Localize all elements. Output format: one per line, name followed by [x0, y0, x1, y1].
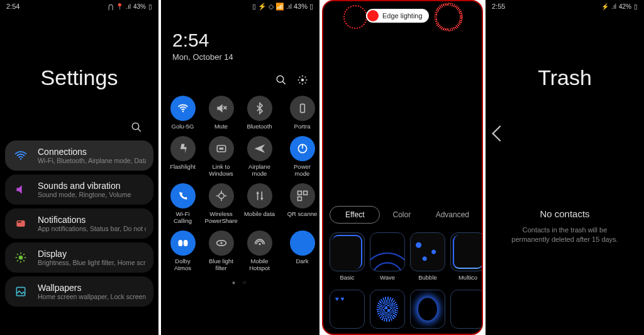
- empty-state: No contacts Contacts in the trash will b…: [486, 208, 644, 245]
- effect-extra[interactable]: [450, 290, 482, 329]
- settings-list: ConnectionsWi-Fi, Bluetooth, Airplane mo…: [0, 140, 158, 307]
- wifi-icon: [170, 96, 196, 121]
- chip-label: Edge lighting: [382, 12, 423, 20]
- effect-thumb-icon: [450, 232, 482, 271]
- qs-tile-wifi[interactable]: Golu-5G: [165, 96, 201, 130]
- tile-label: QR scanne: [287, 211, 318, 217]
- effect-hearts[interactable]: [330, 290, 365, 329]
- edge-effect-left-icon: [343, 5, 367, 29]
- search-icon[interactable]: [131, 122, 142, 133]
- effect-fireworks[interactable]: [370, 290, 405, 329]
- empty-hint: Contacts in the trash will be permanentl…: [486, 225, 644, 245]
- status-battery: 42%: [619, 3, 631, 10]
- chevron-left-icon: [492, 125, 508, 141]
- effect-thumb-icon: [370, 290, 405, 329]
- status-time: 2:55: [492, 3, 505, 10]
- panel-trash: 2:55 ⚡ .ıl 42% ▯ Trash No contacts Conta…: [486, 0, 644, 335]
- qs-tile-bt[interactable]: Bluetooth: [242, 96, 277, 130]
- svg-point-2: [20, 158, 22, 160]
- eye-icon: [209, 230, 234, 256]
- svg-line-10: [17, 254, 18, 255]
- svg-point-18: [182, 111, 184, 113]
- item-sub: Wi-Fi, Bluetooth, Airplane mode, Data us…: [38, 157, 146, 164]
- effect-thumb-icon: [330, 232, 365, 271]
- item-sub: Home screen wallpaper, Lock screen wallp…: [38, 293, 146, 300]
- tile-label: Flashlight: [170, 164, 196, 170]
- svg-rect-31: [183, 240, 187, 246]
- back-button[interactable]: [486, 90, 644, 139]
- settings-item-wallpapers[interactable]: WallpapersHome screen wallpaper, Lock sc…: [5, 276, 153, 307]
- settings-item-connections[interactable]: ConnectionsWi-Fi, Bluetooth, Airplane mo…: [5, 140, 153, 171]
- panel-quick-settings: ▯ ⚡ ◇ 📶 .ıl 43% ▯ 2:54 Mon, October 14 G…: [161, 0, 319, 335]
- status-right: ⋂ 📍 .ıl 43% ▯: [108, 3, 152, 10]
- tab-effect[interactable]: Effect: [330, 206, 380, 224]
- effect-thumb-icon: [450, 290, 482, 329]
- status-battery-icon: ▯: [634, 3, 638, 10]
- effect-thumb-icon: [410, 232, 445, 271]
- moon-icon: [290, 230, 315, 256]
- status-signal-icon: .ıl: [611, 3, 616, 10]
- effect-thumb-icon: [330, 290, 365, 329]
- tile-label: Wireless PowerShare: [205, 211, 238, 224]
- status-time: 2:54: [6, 3, 19, 10]
- settings-item-sounds[interactable]: Sounds and vibrationSound mode, Ringtone…: [5, 174, 153, 205]
- tile-label: Wi-Fi Calling: [167, 211, 199, 224]
- qs-tile-mute[interactable]: Mute: [203, 96, 239, 130]
- item-sub: Sound mode, Ringtone, Volume: [38, 191, 131, 198]
- page-title: Settings: [0, 65, 158, 90]
- qs-tile-data[interactable]: Mobile data: [242, 183, 277, 224]
- effect-multicolor[interactable]: Multico: [450, 232, 482, 281]
- qs-tile-plane[interactable]: Airplane mode: [242, 136, 277, 177]
- empty-title: No contacts: [486, 208, 644, 219]
- svg-rect-29: [297, 197, 301, 201]
- bt-icon: [247, 96, 272, 121]
- qs-tile-pshare[interactable]: Wireless PowerShare: [203, 183, 239, 224]
- qs-tile-rotate[interactable]: Portra: [280, 96, 319, 130]
- status-vibrate-icon: ⚡: [601, 3, 609, 10]
- page-indicator[interactable]: ● ○: [161, 278, 319, 290]
- tile-label: Link to Windows: [205, 164, 238, 177]
- svg-rect-28: [303, 191, 307, 195]
- qs-tile-power[interactable]: Power mode: [280, 136, 319, 177]
- tab-color[interactable]: Color: [386, 207, 417, 223]
- pshare-icon: [209, 183, 234, 208]
- qs-tile-dolby[interactable]: Dolby Atmos: [165, 230, 201, 271]
- effect-glow[interactable]: [410, 290, 445, 329]
- tab-advanced[interactable]: Advanced: [430, 207, 475, 223]
- qs-tile-wificall[interactable]: Wi-Fi Calling: [165, 183, 201, 224]
- qs-tile-flash[interactable]: Flashlight: [165, 136, 201, 177]
- status-bar: 2:55 ⚡ .ıl 42% ▯: [486, 0, 644, 11]
- svg-rect-21: [300, 104, 304, 112]
- svg-point-26: [218, 193, 223, 198]
- svg-rect-30: [178, 240, 182, 246]
- qs-tile-hotspot[interactable]: Mobile Hotspot: [242, 230, 277, 271]
- search-icon[interactable]: [275, 74, 287, 86]
- dolby-icon: [170, 230, 196, 256]
- gear-icon[interactable]: [297, 74, 308, 86]
- effect-row-2: [323, 286, 482, 334]
- tile-label: Portra: [294, 123, 311, 130]
- svg-rect-4: [18, 222, 21, 223]
- hotspot-icon: [247, 230, 272, 256]
- item-title: Display: [38, 249, 146, 259]
- qs-tile-qr[interactable]: QR scanne: [280, 183, 319, 224]
- effect-thumb-icon: [410, 290, 445, 329]
- item-sub: Brightness, Blue light filter, Home scre…: [38, 259, 146, 266]
- effect-bubble[interactable]: Bubble: [410, 232, 445, 281]
- qs-tile-eye[interactable]: Blue light filter: [203, 230, 239, 271]
- qs-tile-link[interactable]: Link to Windows: [203, 136, 239, 177]
- tile-label: Dolby Atmos: [167, 258, 199, 271]
- settings-item-display[interactable]: DisplayBrightness, Blue light filter, Ho…: [5, 242, 153, 273]
- svg-line-16: [282, 81, 286, 84]
- svg-point-5: [19, 256, 23, 260]
- link-icon: [209, 136, 234, 161]
- settings-item-notifications[interactable]: NotificationsApp notifications, Status b…: [5, 208, 153, 239]
- qs-tile-moon[interactable]: Dark: [280, 230, 319, 271]
- effect-wave[interactable]: Wave: [370, 232, 405, 281]
- edge-tabs: Effect Color Advanced: [323, 201, 482, 229]
- status-battery-icon: ▯: [148, 3, 152, 10]
- tile-label: Dark: [296, 258, 308, 264]
- effect-basic[interactable]: Basic: [330, 232, 365, 281]
- item-title: Notifications: [38, 215, 146, 225]
- edge-lighting-chip[interactable]: Edge lighting: [366, 9, 429, 23]
